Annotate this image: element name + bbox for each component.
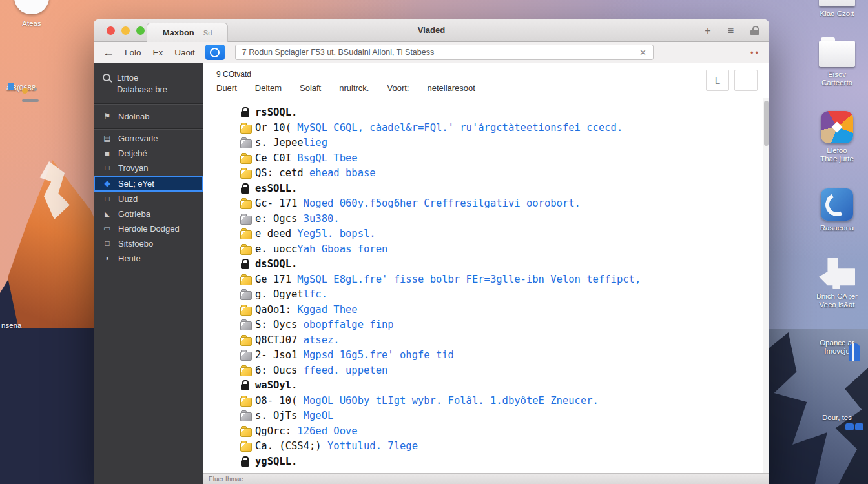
file-row[interactable]: s. Jepee lieg <box>240 136 769 151</box>
desktop-icon-nsena[interactable]: nsena <box>1 321 21 330</box>
file-row[interactable]: 2- Jso1 Mgpsd 16g5.fre' ohgfe tid <box>240 348 769 363</box>
file-name: rsSOQL. <box>255 105 297 121</box>
toolbar-link[interactable]: Lolo <box>125 48 141 57</box>
file-description: Kggad Thee <box>297 303 357 318</box>
file-row[interactable]: g. Ogyet lfc. <box>240 287 769 303</box>
menubar-item[interactable]: Voort: <box>387 83 409 93</box>
file-description: lfc. <box>304 287 327 303</box>
browser-tab[interactable]: Maxbon Sd <box>147 23 228 42</box>
toolbar-link[interactable]: Ex <box>153 48 163 57</box>
pinwheel-icon <box>821 111 853 143</box>
file-row[interactable]: e. uocc Yah Gboas foren <box>240 242 769 257</box>
menubar-item[interactable]: nrultrck. <box>339 83 369 93</box>
toolbar-link[interactable]: Uaoit <box>174 48 195 57</box>
sidebar-item[interactable]: Trovyan <box>94 161 203 176</box>
file-row[interactable]: Gc- 171 Noged 060y.f5og6her Creffresilga… <box>240 196 769 212</box>
diamond-icon <box>103 179 112 188</box>
traffic-lights <box>107 26 145 35</box>
url-text[interactable]: 7 Rodun Spciagier F53 ut. BSudainl Alion… <box>242 48 634 57</box>
scrollbar[interactable] <box>763 98 769 473</box>
tab-badge[interactable]: Sd <box>203 29 212 37</box>
square-icon <box>103 194 112 204</box>
sidebar-item[interactable]: Herdoie Dodged <box>94 221 203 236</box>
file-row[interactable]: e: Ogcs 3u380. <box>240 212 769 227</box>
desktop-icon-notes[interactable]: at3(0688 <box>0 81 81 93</box>
sidebar-item[interactable]: Ndolnab <box>94 106 203 127</box>
folder-gray-icon <box>240 137 251 148</box>
sidebar-item[interactable]: Gotrieba <box>94 207 203 221</box>
desktop-icon[interactable]: Kiao Czo:t <box>807 0 867 18</box>
file-row[interactable]: S: Oycs obopffalge finp <box>240 318 769 333</box>
desktop-icon[interactable]: Dour, tes <box>807 410 867 422</box>
file-row[interactable]: Ce C0I BsgQL Tbee <box>240 151 769 166</box>
file-row[interactable]: s. OjTs MgeOL <box>240 408 769 424</box>
file-row[interactable]: rsSOQL. <box>240 105 769 121</box>
file-row[interactable]: O8- 10( MogOL U6Oby tLIgt wybr. Folâl. 1… <box>240 394 769 409</box>
file-row[interactable]: Ge 171 MgSQL E8gL.fre' fisse bolbr FEr=3… <box>240 272 769 288</box>
desktop-icon[interactable]: Llefoo Thae jurte <box>807 111 867 163</box>
folder-yellow-icon <box>240 305 251 316</box>
file-row[interactable]: Ca. (CSS4;) Yottulud. 7lege <box>240 439 769 454</box>
folder-yellow-icon <box>240 153 251 164</box>
form-icon <box>103 134 112 143</box>
sidebar-search[interactable]: Ltrtoe Database bre <box>94 67 203 102</box>
menubar-item[interactable]: Deltem <box>255 83 282 93</box>
file-row[interactable]: QS: cetd ehead bbase <box>240 166 769 181</box>
file-row[interactable]: Or 10( MySQL C6QL, càadel&r=FQl.' ru'árg… <box>240 121 769 136</box>
sidebar-item-label: Uuzd <box>118 194 138 204</box>
file-description: 126ed Oove <box>297 424 357 439</box>
desktop-icon[interactable]: Eisov Carteerto <box>807 37 867 87</box>
browser-logo-button[interactable] <box>205 45 225 60</box>
menubar-item[interactable]: Soiaft <box>300 83 321 93</box>
file-row[interactable]: waSOyl. <box>240 378 769 394</box>
new-tab-icon[interactable]: + <box>705 26 710 36</box>
url-bar[interactable]: 7 Rodun Spciagier F53 ut. BSudainl Alion… <box>235 45 654 60</box>
file-name: e: Ogcs <box>255 212 304 227</box>
file-name: esSOLL. <box>255 181 297 197</box>
file-row[interactable]: esSOLL. <box>240 181 769 197</box>
window-titlebar[interactable]: Maxbon Sd Viaded + ≡ <box>94 19 769 42</box>
file-name: Gc- 171 <box>255 196 304 212</box>
close-button[interactable] <box>107 26 115 35</box>
sidebar-item[interactable]: Gorrevarle <box>94 131 203 146</box>
desktop-icon[interactable]: Opance ar Imovcju <box>807 336 867 356</box>
sidebar-item[interactable]: Hente <box>94 251 203 266</box>
menu-icon[interactable]: ≡ <box>728 26 734 36</box>
file-row[interactable]: QaOo1: Kggad Thee <box>240 303 769 318</box>
file-name: Or 10( <box>255 121 297 136</box>
desktop-icon[interactable]: Rasaeona <box>807 188 867 232</box>
file-row[interactable]: e deed Yeg5l. bopsl. <box>240 227 769 242</box>
window-body: Ltrtoe Database bre Ndolnab Gorrevarle D… <box>94 63 769 484</box>
menubar-item[interactable]: Duert <box>216 83 237 93</box>
scrollbar-thumb[interactable] <box>764 101 769 146</box>
file-row[interactable]: 6: Oucs ffeed. uppeten <box>240 363 769 379</box>
file-description: Mgpsd 16g5.fre' ohgfe tid <box>304 348 454 363</box>
sidebar-item[interactable]: Uuzd <box>94 192 203 207</box>
clear-url-icon[interactable]: ✕ <box>639 48 646 57</box>
sidebar-item[interactable]: Sitsfoebo <box>94 236 203 251</box>
lock-icon[interactable] <box>750 26 759 35</box>
desktop-icon-label: Bnich CA ;er <box>816 292 858 301</box>
view-grid-button[interactable] <box>734 70 758 91</box>
sidebar-item-label: Ndolnab <box>118 112 149 121</box>
file-row[interactable]: ygSQLL. <box>240 454 769 470</box>
extensions-dots-icon[interactable]: •• <box>750 48 760 57</box>
back-icon[interactable]: ← <box>103 46 114 59</box>
file-row[interactable]: QgOrc: 126ed Oove <box>240 424 769 439</box>
file-row[interactable]: dsSOQL. <box>240 257 769 272</box>
window-title: Viaded <box>418 25 445 35</box>
desktop-icon-ateas[interactable]: Ateas <box>9 0 54 28</box>
minimize-button[interactable] <box>121 26 130 35</box>
menubar-item[interactable]: netellaresoot <box>427 83 475 93</box>
folder-gray-icon <box>240 214 251 225</box>
zoom-button[interactable] <box>136 26 145 35</box>
file-name: e deed <box>255 227 297 242</box>
desktop-icon[interactable]: Bnich CA ;er Veeo is&at <box>807 258 867 309</box>
sidebar-search-line2: Database bre <box>117 85 167 94</box>
file-row[interactable]: Q8CTJ07 atsez. <box>240 333 769 348</box>
sidebar-item[interactable]: SeL; eYet <box>94 176 203 192</box>
view-list-button[interactable]: L <box>706 70 729 91</box>
folder-yellow-icon <box>240 198 251 209</box>
sidebar-item[interactable]: Detjebé <box>94 146 203 161</box>
file-name: 2- Jso1 <box>255 348 304 363</box>
